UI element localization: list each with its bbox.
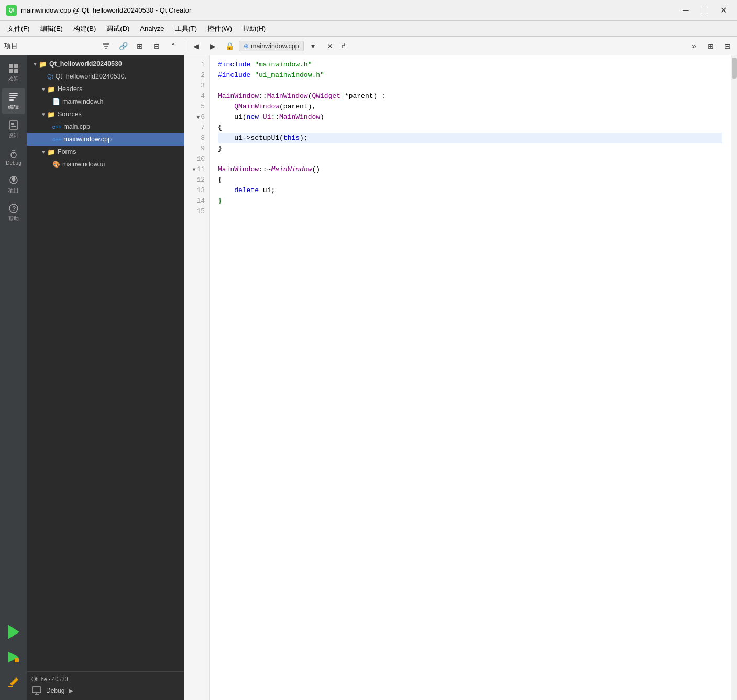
tree-item-mainwindow-cpp[interactable]: c++ mainwindow.cpp bbox=[27, 133, 184, 146]
tree-item-main-cpp[interactable]: c++ main.cpp bbox=[27, 120, 184, 133]
menu-tools[interactable]: 工具(T) bbox=[170, 22, 203, 36]
monitor-icon bbox=[31, 685, 42, 696]
build-button[interactable] bbox=[4, 673, 23, 692]
tree-label-sources: Sources bbox=[58, 110, 82, 118]
sidebar-item-project[interactable]: 项目 bbox=[2, 171, 25, 197]
project-tree[interactable]: ▼ 📁 Qt_helloworld20240530 ▶ Qt Qt_hellow… bbox=[27, 55, 184, 671]
code-line-6: ui(new Ui::MainWindow) bbox=[218, 112, 722, 123]
toolbar-project-label: 项目 bbox=[4, 41, 18, 51]
debug-run-button[interactable] bbox=[4, 648, 23, 666]
session-debug-item: Debug ▶ bbox=[31, 685, 180, 696]
scrollbar-thumb[interactable] bbox=[732, 58, 737, 79]
editor-area: 1 2 3 4 5 ▼6 7 8 9 10 ▼11 bbox=[184, 55, 737, 700]
toolbar-link-btn[interactable]: 🔗 bbox=[116, 39, 130, 53]
tree-label-project-file: Qt_helloworld20240530. bbox=[56, 73, 127, 80]
code-line-13: delete ui; bbox=[218, 185, 722, 196]
tree-item-mainwindow-h[interactable]: 📄 mainwindow.h bbox=[27, 95, 184, 108]
menu-file[interactable]: 文件(F) bbox=[2, 22, 35, 36]
tree-arrow-headers: ▼ bbox=[40, 86, 47, 92]
session-section: Qt_he···40530 Debug ▶ bbox=[27, 671, 184, 700]
toolbar-close-all-btn[interactable]: ⊟ bbox=[720, 39, 735, 53]
tree-label-mainwindow-ui: mainwindow.ui bbox=[62, 161, 105, 168]
code-line-14: } bbox=[218, 196, 722, 206]
toolbar-chevron-up-btn[interactable]: ⌃ bbox=[166, 39, 181, 53]
tree-item-root[interactable]: ▼ 📁 Qt_helloworld20240530 bbox=[27, 58, 184, 70]
sidebar-item-design[interactable]: 设计 bbox=[2, 116, 25, 142]
sidebar-label-project: 项目 bbox=[8, 187, 19, 194]
menu-help[interactable]: 帮助(H) bbox=[237, 22, 271, 36]
toolbar-more-btn[interactable]: » bbox=[687, 39, 701, 53]
toolbar-split-btn[interactable]: ⊞ bbox=[703, 39, 718, 53]
sidebar-item-debug[interactable]: Debug bbox=[2, 145, 25, 169]
toolbar-dropdown-btn[interactable]: ▾ bbox=[306, 39, 321, 53]
sidebar-label-help: 帮助 bbox=[8, 215, 19, 223]
tree-item-project-file[interactable]: ▶ Qt Qt_helloworld20240530. bbox=[27, 70, 184, 83]
cpp-icon-mainwindow: c++ bbox=[52, 137, 61, 142]
menu-widgets[interactable]: 控件(W) bbox=[202, 22, 237, 36]
menu-debug[interactable]: 调试(D) bbox=[101, 22, 135, 36]
window-controls: ─ □ ✕ bbox=[678, 3, 731, 18]
tree-item-headers[interactable]: ▼ 📁 Headers bbox=[27, 83, 184, 95]
maximize-button[interactable]: □ bbox=[697, 3, 712, 18]
menu-build[interactable]: 构建(B) bbox=[68, 22, 101, 36]
active-tab-toolbar[interactable]: ⊕ mainwindow.cpp bbox=[239, 41, 304, 51]
sidebar-icons: 欢迎 编辑 设计 Debug bbox=[0, 55, 27, 700]
toolbar-nav-back-btn[interactable]: ◀ bbox=[189, 39, 203, 53]
toolbar-hash: # bbox=[342, 42, 345, 50]
code-line-2: #include "ui_mainwindow.h" bbox=[218, 70, 722, 81]
line-numbers: 1 2 3 4 5 ▼6 7 8 9 10 ▼11 bbox=[184, 55, 210, 700]
toolbar-lock-btn[interactable]: 🔒 bbox=[222, 39, 237, 53]
code-line-4: MainWindow::MainWindow(QWidget *parent) … bbox=[218, 91, 722, 102]
sidebar-label-edit: 编辑 bbox=[8, 104, 19, 111]
sidebar-item-help[interactable]: ? 帮助 bbox=[2, 199, 25, 226]
tree-label-mainwindow-cpp: mainwindow.cpp bbox=[63, 136, 112, 143]
svg-rect-4 bbox=[9, 93, 18, 94]
code-line-3 bbox=[218, 81, 722, 91]
sidebar-label-debug: Debug bbox=[6, 160, 21, 166]
debug-session-arrow: ▶ bbox=[69, 687, 73, 694]
svg-rect-8 bbox=[9, 121, 18, 129]
sidebar-item-welcome[interactable]: 欢迎 bbox=[2, 60, 25, 86]
close-button[interactable]: ✕ bbox=[716, 3, 731, 18]
title-bar: Qt mainwindow.cpp @ Qt_helloworld2024053… bbox=[0, 0, 737, 21]
svg-rect-1 bbox=[14, 64, 18, 68]
menu-edit[interactable]: 编辑(E) bbox=[35, 22, 68, 36]
editor-scrollbar[interactable] bbox=[731, 55, 737, 700]
code-line-12: { bbox=[218, 175, 722, 185]
svg-rect-3 bbox=[14, 69, 18, 73]
svg-rect-2 bbox=[9, 69, 13, 73]
run-button[interactable] bbox=[4, 623, 23, 641]
code-line-10 bbox=[218, 154, 722, 164]
tree-item-sources[interactable]: ▼ 📁 Sources bbox=[27, 108, 184, 120]
svg-rect-18 bbox=[32, 687, 41, 693]
code-editor[interactable]: 1 2 3 4 5 ▼6 7 8 9 10 ▼11 bbox=[184, 55, 731, 700]
svg-rect-0 bbox=[9, 64, 13, 68]
toolbar-close-file-btn[interactable]: ✕ bbox=[323, 39, 337, 53]
tree-label-main-cpp: main.cpp bbox=[63, 123, 90, 130]
tree-arrow-sources: ▼ bbox=[40, 112, 47, 117]
toolbar-filter-btn[interactable] bbox=[99, 39, 114, 53]
toolbar-add-btn[interactable]: ⊞ bbox=[133, 39, 147, 53]
tree-item-mainwindow-ui[interactable]: 🎨 mainwindow.ui bbox=[27, 158, 184, 171]
tree-item-forms[interactable]: ▼ 📁 Forms bbox=[27, 146, 184, 158]
session-label: Qt_he···40530 bbox=[31, 676, 180, 682]
svg-rect-16 bbox=[15, 658, 19, 662]
app-logo: Qt bbox=[6, 5, 17, 16]
toolbar-minus-btn[interactable]: ⊟ bbox=[149, 39, 164, 53]
menu-analyze[interactable]: Analyze bbox=[135, 23, 169, 35]
folder-icon-root: 📁 bbox=[39, 60, 47, 68]
svg-rect-6 bbox=[9, 97, 16, 98]
svg-text:?: ? bbox=[12, 205, 16, 213]
minimize-button[interactable]: ─ bbox=[678, 3, 693, 18]
code-content[interactable]: #include "mainwindow.h" #include "ui_mai… bbox=[210, 55, 731, 700]
ui-file-icon: 🎨 bbox=[52, 161, 60, 168]
sidebar-item-edit[interactable]: 编辑 bbox=[2, 88, 25, 114]
code-line-1: #include "mainwindow.h" bbox=[218, 60, 722, 70]
folder-icon-headers: 📁 bbox=[47, 85, 56, 93]
toolbar-nav-forward-btn[interactable]: ▶ bbox=[205, 39, 220, 53]
tree-arrow-root: ▼ bbox=[31, 61, 39, 67]
tree-arrow-forms: ▼ bbox=[40, 149, 47, 155]
svg-rect-17 bbox=[8, 686, 13, 687]
sidebar-label-design: 设计 bbox=[8, 132, 19, 139]
tree-label-mainwindow-h: mainwindow.h bbox=[62, 98, 104, 105]
